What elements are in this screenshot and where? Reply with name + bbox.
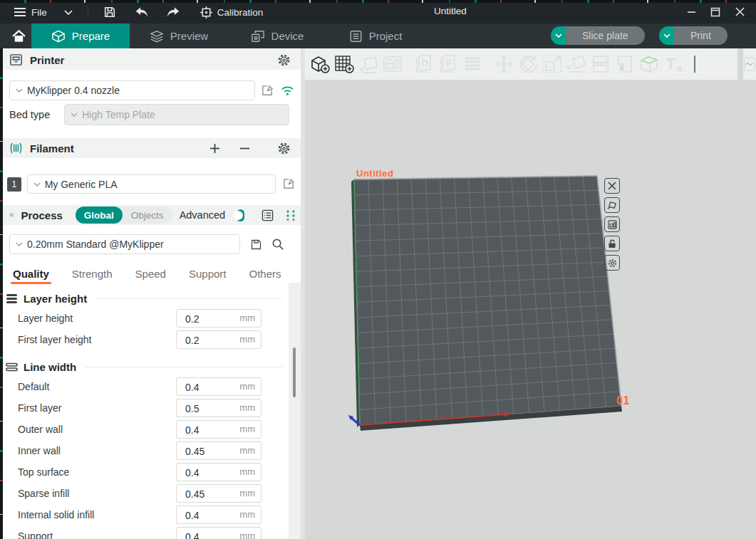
chevron-down-icon <box>16 88 23 93</box>
file-menu-button[interactable]: File <box>7 3 53 21</box>
seam-painting-icon <box>743 55 756 73</box>
maximize-button[interactable] <box>703 2 727 22</box>
search-settings-button[interactable] <box>271 238 284 251</box>
seam-painting-button[interactable] <box>743 52 756 76</box>
print-options-dropdown[interactable] <box>659 26 674 45</box>
advanced-toggle[interactable] <box>237 209 244 221</box>
setting-label: Outer wall <box>18 424 176 435</box>
slice-options-dropdown[interactable] <box>551 26 566 45</box>
arrange-button[interactable] <box>380 52 405 76</box>
setting-row: Top surface mm <box>0 461 288 483</box>
text-tool-button[interactable]: Ta <box>661 52 685 76</box>
filament-preset-combo[interactable]: My Generic PLA <box>27 174 276 194</box>
edit-filament-button[interactable] <box>283 178 295 190</box>
rotate-tool-button[interactable] <box>516 52 540 76</box>
undo-button[interactable] <box>128 3 155 21</box>
move-tool-button[interactable] <box>492 52 516 76</box>
tab-preview[interactable]: Preview <box>130 23 228 48</box>
setting-label: Inner wall <box>18 445 176 456</box>
setting-input[interactable] <box>184 400 237 417</box>
maximize-icon <box>710 7 720 17</box>
add-object-icon <box>309 53 331 75</box>
filament-settings-button[interactable] <box>277 142 291 155</box>
setting-input[interactable] <box>184 332 237 349</box>
add-object-button[interactable] <box>308 52 332 76</box>
section-header[interactable]: Line width <box>6 357 288 376</box>
setting-input[interactable] <box>184 310 237 328</box>
process-list-button[interactable] <box>262 209 274 221</box>
bed-type-combo[interactable]: High Temp Plate <box>64 104 289 125</box>
tab-device[interactable]: Device <box>228 23 326 48</box>
remove-filament-button[interactable] <box>239 143 250 154</box>
scale-icon <box>542 53 563 75</box>
fill-corner-icon <box>614 53 636 75</box>
process-scope-switch[interactable]: Global Objects <box>76 206 172 224</box>
build-plate-canvas[interactable] <box>305 48 756 539</box>
filament-slot-badge[interactable]: 1 <box>7 177 21 192</box>
scrollbar-thumb[interactable] <box>293 347 296 397</box>
cut-tool-button[interactable] <box>589 52 613 76</box>
arrange-plate-button[interactable] <box>604 216 620 232</box>
arrange-all-icon <box>382 53 403 75</box>
tab-strength[interactable]: Strength <box>72 268 113 280</box>
process-tabs: Quality Strength Speed Support Others <box>0 263 298 283</box>
variable-layer-height-button[interactable] <box>637 52 661 76</box>
auto-orient-icon <box>607 201 617 210</box>
scope-objects[interactable]: Objects <box>123 206 172 224</box>
lock-plate-button[interactable] <box>604 236 620 251</box>
auto-orient-button[interactable] <box>356 52 380 76</box>
setting-input[interactable] <box>184 422 237 439</box>
settings-scrollbar[interactable] <box>289 283 301 539</box>
setting-label: Top surface <box>18 466 176 478</box>
delete-plate-button[interactable] <box>604 178 620 194</box>
calibration-label: Calibration <box>217 7 264 18</box>
home-button[interactable] <box>6 23 31 48</box>
device-icon <box>251 30 265 43</box>
calibration-button[interactable]: Calibration <box>194 3 270 21</box>
setting-input[interactable] <box>184 507 237 524</box>
fill-color-button[interactable] <box>613 52 637 76</box>
plate-settings-button[interactable] <box>604 255 620 271</box>
scale-tool-button[interactable] <box>540 52 564 76</box>
printer-preset-combo[interactable]: MyKlipper 0.4 nozzle <box>9 80 255 100</box>
lay-on-face-button[interactable] <box>564 52 589 76</box>
section-header[interactable]: Layer height <box>6 289 288 308</box>
section-title: Layer height <box>24 293 87 305</box>
edit-printer-button[interactable] <box>262 85 274 97</box>
setting-input[interactable] <box>184 379 237 396</box>
tab-speed[interactable]: Speed <box>135 268 166 280</box>
tab-quality[interactable]: Quality <box>13 268 49 280</box>
parameter-table-button[interactable] <box>285 209 296 221</box>
save-button[interactable] <box>97 3 123 21</box>
svg-text:a: a <box>676 63 682 73</box>
setting-input[interactable] <box>184 464 237 481</box>
tab-others[interactable]: Others <box>249 268 281 280</box>
chevron-down-icon <box>663 33 670 38</box>
tab-support[interactable]: Support <box>189 268 227 280</box>
scope-global[interactable]: Global <box>76 206 123 224</box>
layers-list-button[interactable] <box>460 52 485 76</box>
setting-input[interactable] <box>184 528 237 539</box>
section-icon <box>6 362 18 372</box>
setting-input[interactable] <box>184 443 237 460</box>
orient-plate-button[interactable] <box>604 197 620 213</box>
slice-plate-button[interactable]: Slice plate <box>551 26 645 45</box>
process-preset-combo[interactable]: 0.20mm Standard @MyKlipper <box>9 234 240 254</box>
tab-prepare[interactable]: Prepare <box>31 23 130 48</box>
close-button[interactable] <box>727 2 752 22</box>
redo-button[interactable] <box>160 3 187 21</box>
section-icon <box>6 293 18 304</box>
save-preset-button[interactable] <box>250 239 262 251</box>
file-menu-dropdown[interactable] <box>58 3 79 21</box>
printer-settings-button[interactable] <box>277 53 291 67</box>
print-button[interactable]: Print <box>659 26 727 45</box>
setting-input[interactable] <box>184 486 237 503</box>
split-to-objects-button[interactable]: O <box>412 52 436 76</box>
add-plate-button[interactable] <box>332 52 356 76</box>
viewport-3d[interactable]: Untitled 01 <box>305 48 756 539</box>
split-to-parts-button[interactable]: P <box>436 52 460 76</box>
minimize-button[interactable] <box>679 2 703 22</box>
add-filament-button[interactable] <box>209 143 220 154</box>
tab-project[interactable]: Project <box>326 23 425 48</box>
printer-connection-button[interactable] <box>281 85 294 96</box>
